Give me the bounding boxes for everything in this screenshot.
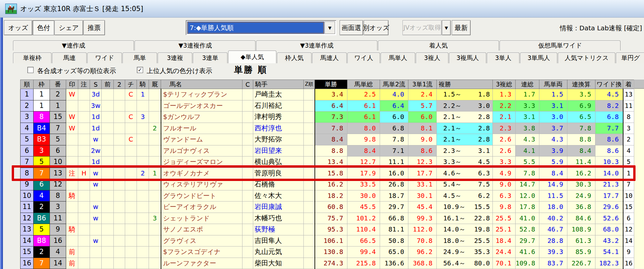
horse-row-1[interactable]: 112W3dC1$テリフィックプラン戸崎圭太3.42.54.02.41.5～1.… (21, 89, 634, 100)
column-header-mark-chu[interactable]: 注 (78, 80, 90, 89)
column-header-rank[interactable]: 順 (21, 80, 34, 89)
column-header-win-odds[interactable]: 単勝 (315, 80, 347, 89)
cell-sanfuku-total: 25.1 (493, 224, 516, 235)
cell-place-odds: 5.4～7.5 (437, 179, 493, 190)
cell-mark-2 (114, 100, 125, 112)
column-header-umatan-total[interactable]: 馬単総 (347, 80, 380, 89)
tab-main-馬単[interactable]: 馬単 (123, 52, 157, 63)
latest-button[interactable]: 最新 (452, 20, 471, 35)
tab-main-馬連[interactable]: 馬連 (52, 52, 87, 63)
cell-horse-name: $テリフィックプラン (161, 89, 242, 100)
alt-odds-button[interactable]: 別オッズ (364, 20, 388, 35)
tab-top-着人気[interactable]: 着人気 (378, 40, 499, 51)
tab-top-▼3連複作成[interactable]: ▼3連複作成 (135, 40, 256, 51)
cell-mark-chu (78, 213, 90, 224)
horse-row-5[interactable]: 5B35wCヴァンドーム大野拓弥8.49.87.89.02.1～2.82.64.… (21, 134, 634, 145)
column-header-mark-s[interactable]: S (90, 80, 102, 89)
cell-mark-chi (125, 190, 137, 202)
tab-main-3連単[interactable]: 3連単 (193, 52, 227, 63)
column-header-mark-mae[interactable]: 前 (102, 80, 114, 89)
cell-horse-name: グラヴィス (161, 235, 242, 247)
horse-row-13[interactable]: 1359騎サノノエスポ荻野極95.3110.481.1112.014.0～19.… (21, 224, 634, 235)
column-header-mark-2[interactable]: 2 (114, 80, 125, 89)
cell-z-rank (304, 247, 315, 258)
column-header-santan-1st-flow[interactable]: 3単1流 (408, 80, 437, 89)
column-header-c-col[interactable]: C (242, 80, 253, 89)
horse-row-9[interactable]: 9612wウィステリアリヴァ石橋脩16.233.526.833.15.4～7.5… (21, 179, 634, 190)
column-header-umatan-2nd-flow[interactable]: 馬単2流 (380, 80, 408, 89)
tab-main-ワイ人[interactable]: ワイ人 (347, 52, 380, 63)
cell-mark-kyu (149, 145, 161, 157)
column-header-horse-number[interactable]: 番 (50, 80, 66, 89)
horse-row-8[interactable]: 8713注Hw21オウギノカナメ菅原明良15.817.916.017.74.6～… (21, 168, 634, 179)
tab-main-3複馬人[interactable]: 3複馬人 (449, 52, 486, 63)
column-header-mark-chi[interactable]: チ (125, 80, 137, 89)
horse-row-3[interactable]: 3815W1dC3$ガンウルフ津村明秀7.36.16.06.02.1～2.82.… (21, 112, 634, 123)
tab-top-▼3連単作成[interactable]: ▼3連単作成 (256, 40, 377, 51)
cell-mark-mae (102, 123, 114, 134)
chevron-down-icon[interactable]: ▼ (325, 22, 335, 34)
horse-row-2[interactable]: 2113wゴールデンオスカー石川裕紀6.46.16.45.72.2～3.02.2… (21, 100, 634, 112)
horse-row-10[interactable]: 1048騎グラウンドビート佐々木大18.230.018.730.14.5～6.2… (21, 190, 634, 202)
column-header-place-odds[interactable]: 複勝 (437, 80, 493, 89)
tab-top-▼連作成[interactable]: ▼連作成 (13, 40, 134, 51)
tab-main-ワイド[interactable]: ワイド (87, 52, 122, 63)
tab-main-枠人気[interactable]: 枠人気 (277, 52, 312, 63)
horse-row-6[interactable]: 6362wアルゴナヴィス岩田望来8.88.47.18.62.3～3.12.64.… (21, 145, 634, 157)
cell-jockey: 石川裕紀 (253, 100, 304, 112)
toolbar-button-シェア[interactable]: シェア (54, 20, 83, 35)
horse-row-15[interactable]: 1524前$フランスゴデイナ丸山元気130.899.465.096.224.9～… (21, 247, 634, 258)
cell-c-col (242, 112, 253, 123)
column-header-wide-conversion[interactable]: ワイド換 (595, 80, 623, 89)
jv-fetch-dropdown-arrow-icon[interactable]: ▼ (442, 20, 451, 35)
tab-main-3単馬人[interactable]: 3単馬人 (520, 52, 557, 63)
column-header-mark-in[interactable]: 印 (66, 80, 78, 89)
cell-frame-number: 3 (34, 145, 50, 157)
horse-row-14[interactable]: 14B816wグラヴィス吉田隼人106.166.550.870.818.0～25… (21, 235, 634, 247)
cell-mark-mae (102, 258, 114, 269)
horse-row-4[interactable]: 4B47W1d2フルオール西村淳也7.88.06.88.12.1～2.82.33… (21, 123, 634, 134)
column-header-jockey[interactable]: 騎手 (253, 80, 304, 89)
tab-top-仮想馬単ワイド[interactable]: 仮想馬単ワイド (500, 40, 621, 51)
cell-z-rank (304, 179, 315, 190)
toolbar-button-色付[interactable]: 色付 (33, 20, 54, 35)
screen-select-button[interactable]: 画面選 (340, 20, 363, 35)
column-header-mark-ki[interactable]: 騎 (137, 80, 149, 89)
tab-main-3複人[interactable]: 3複人 (416, 52, 448, 63)
tab-main-3連複[interactable]: 3連複 (158, 52, 192, 63)
odds-view-dropdown[interactable]: 7:◆単勝人気順 ▼ (186, 20, 336, 35)
column-header-ren-conversion[interactable]: 連換算 (567, 80, 595, 89)
cell-place-odds: 2.3～3.1 (437, 145, 493, 157)
cell-c-col (242, 190, 253, 202)
column-header-finish-position[interactable]: 着 (623, 80, 634, 89)
tab-main-3単人[interactable]: 3単人 (487, 52, 520, 63)
horse-row-7[interactable]: 75101dジョディーズマロン横山典弘13.412.711.112.33.3～4… (21, 157, 634, 168)
tab-main-単複枠[interactable]: 単複枠 (13, 52, 51, 63)
column-header-frame-number[interactable]: 枠 (34, 80, 50, 89)
cell-umatan-both: 28.8 (539, 235, 567, 247)
toolbar-button-推票[interactable]: 推票 (83, 20, 105, 35)
tab-main-人気マトリクス[interactable]: 人気マトリクス (558, 52, 615, 63)
cell-sanfuku-total: 2.3 (493, 123, 516, 134)
column-header-umaren-total[interactable]: 連総 (516, 80, 539, 89)
column-header-z-rank[interactable]: Z順 (304, 80, 315, 89)
rank-display-checkbox[interactable] (27, 67, 34, 73)
cell-z-rank (304, 123, 315, 134)
column-header-mark-kyu[interactable]: 厩 (149, 80, 161, 89)
column-header-sanfuku-total[interactable]: 3複総 (493, 80, 516, 89)
cell-horse-number: 2 (50, 89, 66, 100)
horse-row-16[interactable]: 16714前ルーンファクター柴田大知274.3215.8136.6368.856… (21, 258, 634, 269)
horse-row-12[interactable]: 12B611w3シェットランド木幡巧也75.7101.266.899.316.1… (21, 213, 634, 224)
tab-main-単円グ[interactable]: 単円グ (616, 52, 644, 63)
toolbar-button-オッズ[interactable]: オッズ (4, 20, 32, 35)
horse-row-11[interactable]: 1123wビーアイオラクル岩田康誠60.845.529.745.410.9～15… (21, 202, 634, 213)
cell-mark-kyu: 1 (149, 168, 161, 179)
tab-main-馬連人[interactable]: 馬連人 (312, 52, 347, 63)
column-header-umatan-both[interactable]: 馬単両 (539, 80, 567, 89)
column-header-horse-name[interactable]: 馬名 (161, 80, 242, 89)
color-coding-checkbox[interactable] (137, 67, 143, 73)
cell-umatan-total: 215.8 (347, 258, 380, 269)
cell-z-rank (304, 145, 315, 157)
tab-main-◆単人気[interactable]: ◆単人気 (228, 51, 276, 63)
tab-main-馬単人[interactable]: 馬単人 (381, 52, 415, 63)
